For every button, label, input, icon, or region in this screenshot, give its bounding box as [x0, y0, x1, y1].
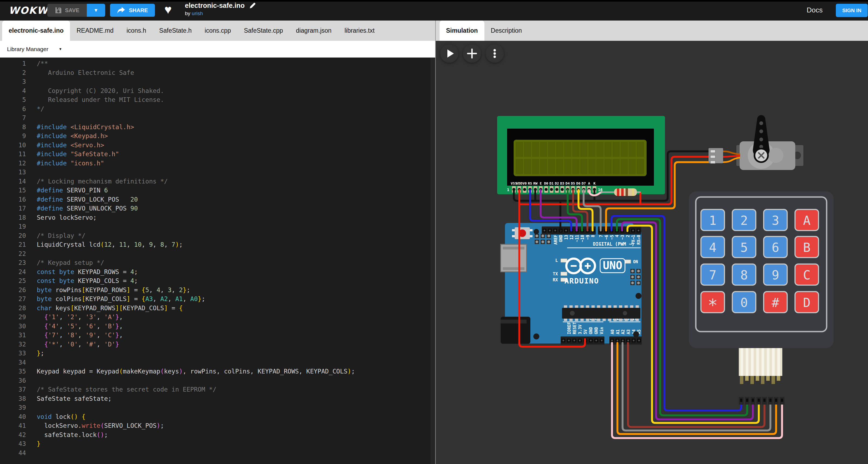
sign-in-button[interactable]: SIGN IN [836, 4, 868, 17]
code-line[interactable]: 20/* Display */ [0, 231, 435, 241]
keypad-key-hash[interactable]: # [764, 291, 787, 313]
save-dropdown-button[interactable]: ▼ [87, 4, 105, 17]
tab-simulation[interactable]: Simulation [439, 21, 485, 41]
keypad-key-1[interactable]: 1 [701, 210, 724, 230]
code-line[interactable]: 9#include <Keypad.h> [0, 132, 435, 141]
edit-pencil-icon[interactable] [249, 2, 256, 9]
keypad-key-A[interactable]: A [795, 210, 818, 230]
code-line[interactable]: 32 {'*', '0', '#', 'D'} [0, 340, 435, 349]
author-link[interactable]: urish [192, 10, 203, 16]
svg-text:IOREF: IOREF [567, 322, 572, 334]
code-line[interactable]: 37/* SafeState stores the secret code in… [0, 385, 435, 394]
code-line[interactable]: 12#include "icons.h" [0, 159, 435, 168]
tab-safestate-cpp[interactable]: SafeState.cpp [237, 21, 289, 41]
svg-text:A: A [803, 213, 811, 228]
svg-text:1: 1 [709, 213, 717, 228]
tab-readme-md[interactable]: README.md [70, 21, 120, 41]
arduino-uno[interactable]: AREFGND1312~11~10~987~6~54~32TX→1RX←0IOR… [501, 223, 642, 345]
code-line[interactable]: 5 Released under the MIT License. [0, 95, 435, 104]
tab-diagram-json[interactable]: diagram.json [289, 21, 338, 41]
code-line[interactable]: 25const byte KEYPAD_COLS = 4; [0, 276, 435, 286]
favorite-heart-icon[interactable]: ♥ [164, 2, 172, 17]
docs-link[interactable]: Docs [807, 6, 823, 14]
code-line[interactable]: 28char keys[KEYPAD_ROWS][KEYPAD_COLS] = … [0, 304, 435, 313]
code-line[interactable]: 18Servo lockServo; [0, 213, 435, 222]
keypad-key-8[interactable]: 8 [732, 264, 756, 285]
code-line[interactable]: 24const byte KEYPAD_ROWS = 4; [0, 268, 435, 277]
code-line[interactable]: 4 Copyright (C) 2020, Uri Shaked. [0, 87, 435, 96]
servo-motor[interactable] [709, 115, 803, 170]
code-line[interactable]: 1/** [0, 59, 435, 68]
keypad-key-6[interactable]: 6 [764, 237, 787, 257]
line-content: safeState.lock(); [37, 431, 108, 440]
library-manager-label: Library Manager [7, 46, 49, 53]
code-line[interactable]: 26byte rowPins[KEYPAD_ROWS] = {5, 4, 3, … [0, 286, 435, 295]
code-line[interactable]: 42 safeState.lock(); [0, 431, 435, 440]
keypad-key-4[interactable]: 4 [701, 237, 724, 257]
code-line[interactable]: 23/* Keypad setup */ [0, 258, 435, 268]
code-line[interactable]: 34 [0, 358, 435, 367]
code-line[interactable]: 22 [0, 249, 435, 258]
simulation-canvas[interactable]: AREFGND1312~11~10~987~6~54~32TX→1RX←0IOR… [436, 41, 868, 464]
code-line[interactable]: 21LiquidCrystal lcd(12, 11, 10, 9, 8, 7)… [0, 240, 435, 249]
tab-electronic-safe-ino[interactable]: electronic-safe.ino [2, 21, 70, 41]
tab-libraries-txt[interactable]: libraries.txt [338, 21, 381, 41]
circuit-canvas[interactable]: AREFGND1312~11~10~987~6~54~32TX→1RX←0IOR… [436, 41, 868, 464]
code-line[interactable]: 40void lock() { [0, 412, 435, 422]
code-line[interactable]: 2 Arduino Electronic Safe [0, 68, 435, 78]
membrane-keypad[interactable]: 123A456B789C*0#D [689, 191, 834, 348]
code-line[interactable]: 3 [0, 77, 435, 87]
code-line[interactable]: 41 lockServo.write(SERVO_LOCK_POS); [0, 421, 435, 431]
code-line[interactable]: 29 {'1', '2', '3', 'A'}, [0, 313, 435, 322]
line-content: #define SERVO_PIN 6 [37, 186, 108, 195]
more-options-button[interactable] [486, 44, 504, 63]
keypad-key-star[interactable]: * [701, 291, 724, 315]
code-line[interactable]: 38SafeState safeState; [0, 394, 435, 403]
code-line[interactable]: 27byte colPins[KEYPAD_COLS] = {A3, A2, A… [0, 295, 435, 304]
code-line[interactable]: 8#include <LiquidCrystal.h> [0, 123, 435, 132]
code-line[interactable]: 7 [0, 114, 435, 123]
tab-icons-cpp[interactable]: icons.cpp [198, 21, 237, 41]
tab-description[interactable]: Description [485, 21, 528, 41]
code-line[interactable]: 44 [0, 448, 435, 458]
lcd1602-display[interactable]: VSSVDDV0RSRWED0D1D2D3D4D5D6D7AK116 [497, 116, 665, 194]
code-line[interactable]: 19 [0, 222, 435, 231]
code-line[interactable]: 17#define SERVO_UNLOCK_POS 90 [0, 204, 435, 213]
keypad-key-C[interactable]: C [795, 264, 818, 285]
keypad-key-B[interactable]: B [795, 237, 818, 257]
share-button[interactable]: SHARE [110, 4, 155, 17]
line-number: 8 [0, 123, 26, 132]
add-part-button[interactable] [463, 44, 481, 63]
wokwi-logo[interactable]: WOKWI [9, 5, 52, 16]
tab-icons-h[interactable]: icons.h [120, 21, 153, 41]
keypad-key-D[interactable]: D [795, 291, 818, 313]
save-button[interactable]: SAVE [47, 4, 87, 17]
play-button[interactable] [440, 44, 459, 63]
tab-safestate-h[interactable]: SafeState.h [153, 21, 198, 41]
keypad-header-pins[interactable] [739, 397, 784, 405]
code-line[interactable]: 16#define SERVO_LOCK_POS 20 [0, 195, 435, 204]
code-line[interactable]: 11#include "SafeState.h" [0, 150, 435, 159]
code-line[interactable]: 31 {'7', '8', '9', 'C'}, [0, 331, 435, 340]
code-line[interactable]: 6*/ [0, 104, 435, 114]
code-line[interactable]: 33}; [0, 349, 435, 358]
code-line[interactable]: 13 [0, 168, 435, 177]
code-line[interactable]: 15#define SERVO_PIN 6 [0, 186, 435, 195]
keypad-key-7[interactable]: 7 [701, 264, 724, 285]
code-line[interactable]: 36 [0, 376, 435, 385]
code-line[interactable]: 43} [0, 439, 435, 448]
keypad-key-3[interactable]: 3 [764, 210, 787, 230]
library-manager-bar[interactable]: Library Manager ▼ [0, 41, 435, 58]
code-editor[interactable]: 1/**2 Arduino Electronic Safe34 Copyrigh… [0, 58, 435, 464]
code-line[interactable]: 10#include <Servo.h> [0, 141, 435, 150]
line-content: lockServo.write(SERVO_LOCK_POS); [37, 421, 164, 431]
keypad-key-0[interactable]: 0 [732, 291, 756, 313]
code-line[interactable]: 30 {'4', '5', '6', 'B'}, [0, 322, 435, 331]
code-line[interactable]: 39 [0, 403, 435, 412]
keypad-key-9[interactable]: 9 [764, 264, 787, 285]
keypad-key-5[interactable]: 5 [732, 237, 756, 257]
code-line[interactable]: 35Keypad keypad = Keypad(makeKeymap(keys… [0, 367, 435, 376]
line-number: 12 [0, 159, 26, 168]
keypad-key-2[interactable]: 2 [732, 210, 756, 230]
code-line[interactable]: 14/* Locking mechanism definitions */ [0, 177, 435, 186]
